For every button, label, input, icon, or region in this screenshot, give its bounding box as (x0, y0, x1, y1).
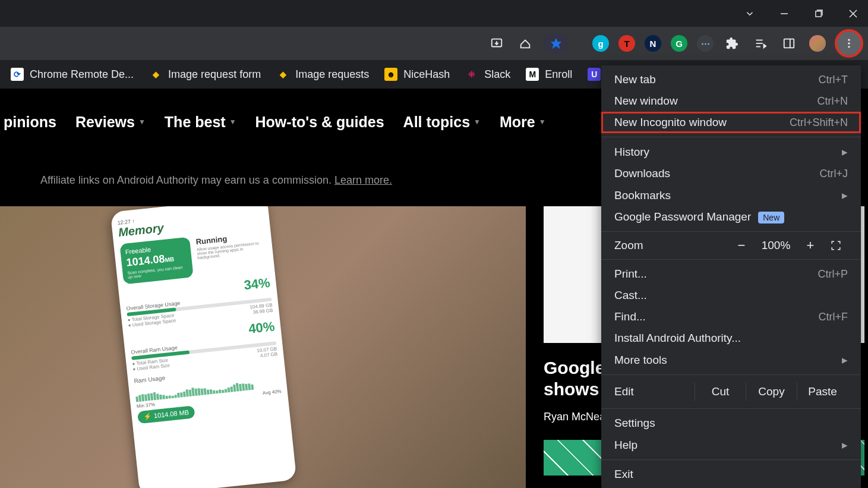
zoom-in-button[interactable]: + (797, 238, 824, 253)
window-titlebar (0, 0, 868, 27)
menu-install[interactable]: Install Android Authority... (601, 328, 861, 349)
side-panel-icon[interactable] (779, 33, 799, 53)
svg-point-13 (848, 39, 850, 41)
bookmark-5[interactable]: MEnroll (520, 64, 578, 84)
edit-paste[interactable]: Paste (797, 383, 848, 401)
bookmark-favicon: ◆ (149, 68, 162, 81)
zoom-out-button[interactable]: − (728, 238, 755, 253)
install-app-icon[interactable] (487, 33, 507, 53)
zoom-value: 100% (755, 239, 797, 252)
bookmark-label: Image request form (168, 68, 261, 81)
menu-exit[interactable]: Exit (601, 464, 861, 485)
menu-downloads[interactable]: DownloadsCtrl+J (601, 163, 861, 184)
learn-more-link[interactable]: Learn more. (334, 174, 392, 186)
bookmark-favicon: ◆ (276, 68, 289, 81)
bookmark-0[interactable]: ⟳Chrome Remote De... (5, 64, 140, 84)
chevron-down-icon: ▼ (539, 118, 546, 126)
menu-zoom: Zoom − 100% + (601, 235, 861, 256)
menu-bookmarks[interactable]: Bookmarks▸ (601, 184, 861, 206)
chrome-context-menu: New tabCtrl+T New windowCtrl+N New Incog… (601, 65, 861, 488)
menu-print[interactable]: Print...Ctrl+P (601, 263, 861, 285)
bookmark-favicon: M (526, 68, 539, 81)
bookmark-favicon: U (588, 68, 601, 81)
chevron-down-icon: ▼ (138, 118, 146, 126)
svg-marker-10 (764, 45, 766, 48)
svg-point-14 (848, 42, 850, 44)
nav-item-all-topics[interactable]: All topics▼ (403, 114, 481, 131)
bookmark-favicon: ⟳ (11, 68, 24, 81)
nav-item-how-to-s-guides[interactable]: How-to's & guides (255, 114, 384, 131)
menu-edit: Edit Cut Copy Paste (601, 379, 861, 405)
menu-new-tab[interactable]: New tabCtrl+T (601, 69, 861, 90)
bookmark-favicon: ⁜ (465, 68, 478, 81)
browser-toolbar: gTNG⋯ (0, 27, 868, 60)
menu-history[interactable]: History▸ (601, 141, 861, 163)
phone-mockup: 12:27 ↑ Memory Freeable 1014.08MB Scan c… (111, 206, 297, 488)
bookmark-star-icon[interactable] (544, 33, 569, 53)
bookmark-4[interactable]: ⁜Slack (459, 64, 516, 84)
menu-new-incognito[interactable]: New Incognito windowCtrl+Shift+N (601, 112, 861, 133)
extension-icon-4[interactable]: ⋯ (697, 35, 714, 52)
extension-icon-2[interactable]: N (645, 35, 661, 52)
extensions-puzzle-icon[interactable] (722, 33, 742, 53)
share-icon[interactable] (515, 33, 535, 53)
svg-marker-6 (551, 38, 561, 49)
nav-item-pinions[interactable]: pinions (4, 114, 56, 131)
bookmark-3[interactable]: ☻NiceHash (378, 64, 456, 84)
media-control-icon[interactable] (750, 33, 771, 53)
bookmark-label: Image requests (295, 68, 369, 81)
extension-icon-3[interactable]: G (671, 35, 687, 52)
menu-more-tools[interactable]: More tools▸ (601, 349, 861, 371)
extension-icon-1[interactable]: T (618, 35, 635, 52)
profile-avatar[interactable] (807, 33, 828, 53)
menu-cast[interactable]: Cast... (601, 285, 861, 306)
bookmark-label: NiceHash (403, 68, 450, 81)
nav-item-reviews[interactable]: Reviews▼ (75, 114, 146, 131)
chevron-down-icon: ▼ (474, 118, 481, 126)
nav-item-the-best[interactable]: The best▼ (165, 114, 236, 131)
extension-icon-0[interactable]: g (592, 35, 609, 52)
edit-copy[interactable]: Copy (746, 383, 797, 401)
nav-item-more[interactable]: More▼ (500, 114, 546, 131)
more-menu-button[interactable] (836, 30, 862, 56)
menu-passwords[interactable]: Google Password ManagerNew (601, 206, 861, 228)
minimize-button[interactable] (775, 5, 793, 23)
svg-rect-1 (815, 11, 820, 17)
maximize-button[interactable] (810, 5, 828, 23)
bookmark-favicon: ☻ (384, 68, 397, 81)
menu-find[interactable]: Find...Ctrl+F (601, 306, 861, 328)
menu-help[interactable]: Help▸ (601, 434, 861, 456)
menu-new-window[interactable]: New windowCtrl+N (601, 90, 861, 112)
chevron-down-icon: ▼ (229, 118, 236, 126)
svg-point-15 (848, 46, 850, 48)
bookmark-1[interactable]: ◆Image request form (143, 64, 267, 84)
bookmark-label: Enroll (545, 68, 572, 81)
edit-cut[interactable]: Cut (695, 383, 746, 401)
article-hero-image[interactable]: 12:27 ↑ Memory Freeable 1014.08MB Scan c… (0, 206, 526, 488)
fullscreen-button[interactable] (824, 240, 848, 251)
dropdown-chevron-icon[interactable] (741, 5, 759, 23)
bookmark-label: Slack (484, 68, 510, 81)
bookmark-label: Chrome Remote De... (30, 68, 134, 81)
svg-rect-11 (784, 39, 794, 48)
menu-settings[interactable]: Settings (601, 413, 861, 434)
bookmark-2[interactable]: ◆Image requests (270, 64, 375, 84)
close-button[interactable] (844, 5, 862, 23)
